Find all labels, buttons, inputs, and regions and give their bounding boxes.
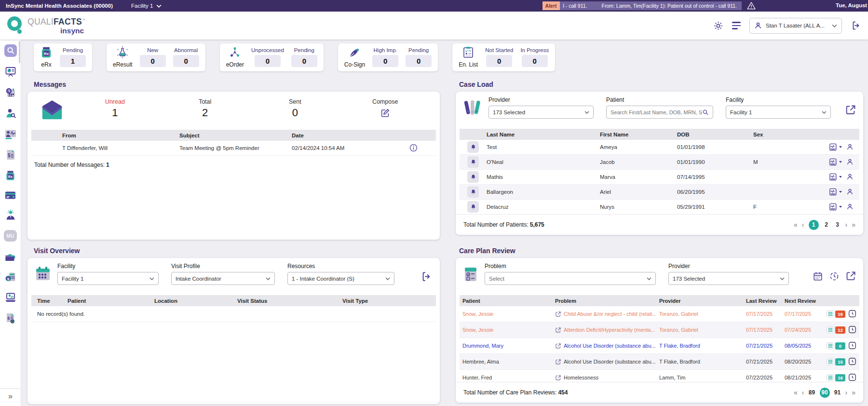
metric-value[interactable]: 0 [486,55,512,67]
page-button-90[interactable]: 90 [820,388,830,398]
next-page-button[interactable]: › [845,221,848,228]
review-count-badge[interactable]: 0 [827,342,845,350]
last-page-button[interactable]: » [852,221,855,228]
patient-row[interactable]: Ballargeon Ariel 06/20/1995 [460,185,859,200]
visit-profile-select[interactable]: Intake Coordinator [171,272,275,285]
patient-chart-icon[interactable] [829,203,842,211]
bell-icon[interactable] [467,156,479,168]
metric-value[interactable]: 0 [255,55,281,67]
careplan-problem-link[interactable]: Alcohol Use Disorder (substance abu... [555,359,659,365]
page-button-3[interactable]: 3 [834,221,841,228]
review-history-icon[interactable] [848,341,856,351]
messages-sent-stat[interactable]: Sent 0 [250,98,340,119]
dashboard-icon[interactable] [5,66,16,78]
meaningful-use-icon[interactable]: MU [4,230,17,242]
careplan-problem-link[interactable]: Attention Deficit/Hyperactivity (menta..… [555,327,659,333]
careplan-problem-link[interactable]: Child Abuse &/or neglect - child (relati… [555,311,659,317]
review-history-icon[interactable] [848,357,856,366]
review-history-icon[interactable] [848,373,856,382]
messages-total-stat[interactable]: Total 2 [160,98,250,119]
patient-row[interactable]: O'Neal Jacob 01/01/1990 M [460,155,859,170]
metric-value[interactable]: 0 [522,55,548,67]
patient-chart-icon[interactable] [829,158,842,166]
patient-row[interactable]: Delacruz Nurys 05/29/1991 F [460,200,859,215]
patient-profile-icon[interactable] [846,203,854,211]
go-to-scheduler-icon[interactable] [421,271,433,283]
patient-search-icon[interactable] [5,108,16,119]
stat-card-enlist[interactable]: En. List Not Started0 In Progress0 [452,43,555,71]
menu-icon[interactable] [732,22,741,29]
payments-card-icon[interactable] [4,190,16,200]
metric-value[interactable]: 0 [140,55,166,67]
calendar-outline-icon[interactable] [813,271,823,282]
patient-profile-icon[interactable] [846,158,854,166]
prev-page-button[interactable]: ‹ [802,389,804,396]
patient-chart-icon[interactable] [829,188,842,196]
first-page-button[interactable]: « [794,221,798,228]
sidebar-expand-button[interactable]: » [0,388,21,406]
last-page-button[interactable]: » [852,389,855,396]
stat-card-eorder[interactable]: eOrder Unprocessed0 Pending0 [220,43,324,71]
page-button-2[interactable]: 2 [823,221,830,228]
careplan-problem-link[interactable]: Alcohol Use Disorder (substance abu... [555,343,659,349]
settings-gear-icon[interactable] [713,21,723,31]
review-count-badge[interactable]: 12 [827,326,845,334]
review-count-badge[interactable]: 19 [827,311,845,318]
review-count-badge[interactable]: 15 [827,358,845,365]
prev-page-button[interactable]: ‹ [802,221,804,228]
sidebar-scrollbar[interactable] [19,41,20,63]
resources-select[interactable]: 1 - Intake Coordinator (S) [287,272,394,285]
user-admin-icon[interactable] [5,209,16,221]
patient-profile-icon[interactable] [846,188,854,196]
problem-select[interactable]: Select [485,272,656,285]
compose-button[interactable]: Compose [340,98,430,120]
scheduler-calendar-icon[interactable] [5,87,16,98]
search-icon[interactable] [4,44,17,57]
open-external-icon[interactable] [845,271,856,282]
bell-icon[interactable] [467,141,479,153]
patient-profile-icon[interactable] [846,143,854,151]
bell-icon[interactable] [467,201,479,213]
review-history-icon[interactable] [848,325,856,335]
page-button-91[interactable]: 91 [834,389,841,396]
metric-value[interactable]: 0 [173,55,199,67]
stat-card-eresult[interactable]: eResult New0 Abnormal0 [107,43,205,71]
messages-unread-stat[interactable]: Unread 1 [70,98,160,119]
history-clock-icon[interactable] [829,271,840,282]
remittance-download-icon[interactable]: $ [4,292,17,303]
metric-value[interactable]: 0 [372,55,398,67]
compose-icon[interactable] [380,108,391,120]
accounting-calculator-icon[interactable]: $ [5,271,16,283]
careplan-provider-select[interactable]: 173 Selected [668,272,789,285]
facility-select[interactable]: Facility 1 [726,106,831,119]
careplan-problem-link[interactable]: Homelessness [555,375,659,381]
visit-facility-select[interactable]: Facility 1 [57,272,159,285]
patient-chart-icon[interactable] [829,173,842,181]
alert-banner[interactable]: Alert l - call 911. From: Lamm, Tim(Faci… [542,1,742,10]
stat-card-cosign[interactable]: Co-Sign High Imp.0 Pending0 [338,43,438,71]
stat-card-erx[interactable]: Rx eRx Pending1 [34,43,92,71]
next-page-button[interactable]: › [845,389,848,396]
patient-search-input[interactable] [610,109,702,115]
review-count-badge[interactable]: 16 [827,374,845,381]
care-plan-row[interactable]: Drummond, Mary Alcohol Use Disorder (sub… [460,338,859,354]
metric-value[interactable]: 1 [60,55,86,67]
cloud-documents-icon[interactable] [4,251,17,262]
care-plan-row[interactable]: Snow, Jessie Attention Deficit/Hyperacti… [460,322,859,338]
user-account-dropdown[interactable]: Stan T Lasater (ALL A... [749,18,842,34]
provider-select[interactable]: 173 Selected [488,106,594,119]
patient-profile-icon[interactable] [846,173,854,181]
warning-triangle-icon[interactable] [746,1,756,12]
patient-chart-icon[interactable] [829,143,842,151]
logout-icon[interactable] [851,20,861,31]
patient-search-field[interactable] [606,106,713,119]
patient-row[interactable]: Mathis Marva 07/14/1995 [460,170,859,185]
care-plan-row[interactable]: Hembree, Alma Alcohol Use Disorder (subs… [460,354,859,370]
patient-vitals-icon[interactable] [4,128,17,140]
bell-icon[interactable] [467,171,479,183]
page-button-89[interactable]: 89 [809,389,815,396]
page-button-1[interactable]: 1 [809,220,819,230]
review-history-icon[interactable] [848,310,856,319]
metric-value[interactable]: 0 [291,55,317,67]
facility-switcher[interactable]: Facility 1 [131,3,162,9]
